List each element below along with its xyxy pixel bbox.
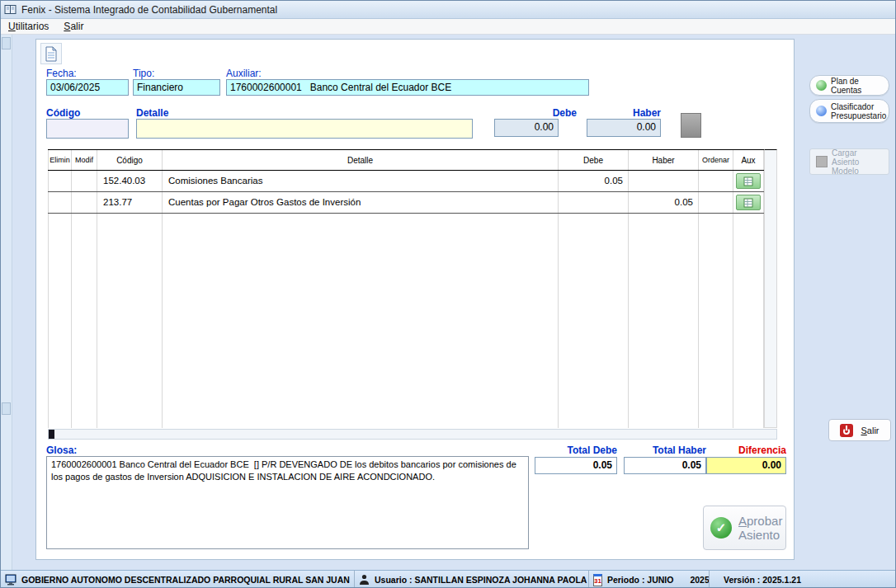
vertical-scrollbar[interactable] <box>764 149 777 428</box>
tipo-input[interactable] <box>133 79 220 96</box>
header-elimin: Elimin <box>48 150 72 170</box>
fecha-input[interactable] <box>46 79 129 96</box>
status-entity: GOBIERNO AUTONOMO DESCENTRALIZADO PARROQ… <box>1 571 354 588</box>
new-document-icon <box>45 46 58 62</box>
codigo-label: Código <box>46 107 80 119</box>
app-icon <box>4 3 17 16</box>
plan-de-cuentas-label: Plan de Cuentas <box>831 77 883 95</box>
cell-elimin[interactable] <box>48 171 72 191</box>
header-codigo: Código <box>97 150 163 170</box>
cell-debe <box>559 192 629 213</box>
total-debe-label: Total Debe <box>535 445 617 456</box>
cargar-asiento-label: Cargar Asiento Modelo <box>832 148 883 176</box>
cell-modif[interactable] <box>72 192 97 213</box>
entries-table: Elimin Modif Código Detalle Debe Haber O… <box>48 149 764 428</box>
codigo-input[interactable] <box>46 119 129 139</box>
user-icon <box>359 574 370 586</box>
cell-codigo: 213.77 <box>97 192 163 213</box>
horizontal-scrollbar-thumb[interactable] <box>49 430 54 439</box>
calendar-icon: 31 <box>593 574 602 586</box>
header-detalle: Detalle <box>163 150 559 170</box>
horizontal-scrollbar[interactable] <box>48 429 777 440</box>
new-document-button[interactable] <box>40 43 62 64</box>
glosa-label: Glosa: <box>46 445 77 456</box>
splitter-grip-bottom[interactable] <box>2 402 11 415</box>
detalle-label: Detalle <box>136 107 168 119</box>
auxiliar-label: Auxiliar: <box>226 68 262 79</box>
aprobar-asiento-button[interactable]: ✓ Aprobar Asiento <box>703 506 786 550</box>
clasificador-label: Clasificador Presupuestario <box>831 102 886 120</box>
periodo-text: Periodo : JUNIO <box>607 575 674 585</box>
fecha-label: Fecha: <box>46 68 77 79</box>
cell-aux <box>733 171 764 191</box>
salir-button[interactable]: Salir <box>828 419 891 441</box>
salir-button-label: Salir <box>861 426 879 435</box>
total-haber-label: Total Haber <box>624 445 706 456</box>
institution-icon <box>5 574 17 586</box>
cell-debe: 0.05 <box>559 171 629 191</box>
cell-ordenar[interactable] <box>699 171 733 191</box>
header-haber: Haber <box>629 150 699 170</box>
table-empty-area <box>48 214 764 428</box>
clasificador-icon <box>816 106 827 116</box>
add-line-button[interactable] <box>681 113 701 138</box>
menu-salir[interactable]: Salir <box>56 20 91 33</box>
entity-text: GOBIERNO AUTONOMO DESCENTRALIZADO PARROQ… <box>21 575 350 585</box>
cell-haber: 0.05 <box>629 192 699 213</box>
cargar-asiento-modelo-button[interactable]: Cargar Asiento Modelo <box>809 148 889 175</box>
debe-field: 0.00 <box>494 119 559 137</box>
debe-label: Debe <box>494 107 577 119</box>
glosa-textarea[interactable]: 1760002600001 Banco Central del Ecuador … <box>46 456 529 549</box>
aux-button[interactable] <box>736 173 761 189</box>
splitter-grip-top[interactable] <box>2 37 11 49</box>
power-icon <box>840 424 853 437</box>
total-debe-field: 0.05 <box>535 457 617 474</box>
diferencia-label: Diferencia <box>706 445 786 456</box>
table-header-row: Elimin Modif Código Detalle Debe Haber O… <box>48 149 764 171</box>
header-modif: Modif <box>72 150 97 170</box>
header-debe: Debe <box>559 150 629 170</box>
grid-icon <box>743 198 753 208</box>
plan-de-cuentas-icon <box>816 80 827 91</box>
cell-modif[interactable] <box>72 171 97 191</box>
total-haber-field: 0.05 <box>624 457 706 474</box>
cell-haber <box>629 171 699 191</box>
anio-text: 2025 <box>690 575 709 585</box>
app-window: Fenix - Sistema Integrado de Contabilida… <box>0 0 896 588</box>
menu-utilitarios[interactable]: Utilitarios <box>1 20 56 33</box>
cargar-asiento-icon <box>816 156 828 167</box>
status-periodo: 31 Periodo : JUNIO 2025 <box>588 571 709 588</box>
aux-button[interactable] <box>736 195 761 210</box>
title-bar: Fenix - Sistema Integrado de Contabilida… <box>1 1 895 19</box>
grid-icon <box>743 176 753 186</box>
haber-label: Haber <box>587 107 661 119</box>
tipo-label: Tipo: <box>133 68 154 79</box>
version-text: Versión : 2025.1.21 <box>724 575 801 585</box>
auxiliar-input[interactable] <box>226 79 589 96</box>
table-row[interactable]: 152.40.03 Comisiones Bancarias 0.05 <box>48 171 764 192</box>
left-panel-strip <box>1 35 12 570</box>
haber-field: 0.00 <box>587 119 661 137</box>
cell-ordenar[interactable] <box>699 192 733 213</box>
status-user: Usuario : SANTILLAN ESPINOZA JOHANNA PAO… <box>354 571 588 588</box>
status-version: Versión : 2025.1.21 <box>709 571 895 588</box>
cell-detalle: Cuentas por Pagar Otros Gastos de Invers… <box>163 192 559 213</box>
check-icon: ✓ <box>710 517 732 539</box>
clasificador-presupuestario-button[interactable]: Clasificador Presupuestario <box>809 99 889 123</box>
cell-codigo: 152.40.03 <box>97 171 163 191</box>
window-title: Fenix - Sistema Integrado de Contabilida… <box>21 4 277 16</box>
plan-de-cuentas-button[interactable]: Plan de Cuentas <box>809 75 889 96</box>
diferencia-field: 0.00 <box>706 457 786 474</box>
table-row[interactable]: 213.77 Cuentas por Pagar Otros Gastos de… <box>48 192 764 214</box>
cell-elimin[interactable] <box>48 192 72 213</box>
detalle-input[interactable] <box>136 119 473 139</box>
status-bar: GOBIERNO AUTONOMO DESCENTRALIZADO PARROQ… <box>1 570 895 588</box>
cell-aux <box>733 192 764 213</box>
header-ordenar: Ordenar <box>699 150 733 170</box>
aprobar-asiento-label: Aprobar Asiento <box>738 514 782 543</box>
header-aux: Aux <box>733 150 764 170</box>
menu-bar: Utilitarios Salir <box>1 19 895 35</box>
cell-detalle: Comisiones Bancarias <box>163 171 559 191</box>
user-text: Usuario : SANTILLAN ESPINOZA JOHANNA PAO… <box>375 575 587 585</box>
